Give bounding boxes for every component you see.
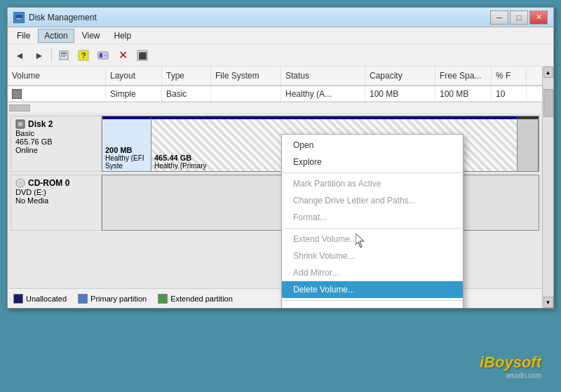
vscroll-down[interactable]: ▼ (543, 297, 553, 308)
minimize-button[interactable]: ─ (490, 11, 508, 25)
col-pct[interactable]: % F (492, 67, 527, 85)
close-button[interactable]: ✕ (529, 11, 548, 25)
toolbar: ◄ ► ? ✕ (8, 44, 553, 67)
h-scroll-thumb[interactable] (9, 104, 30, 111)
content-left: Volume Layout Type File System Status Ca… (8, 67, 542, 308)
delete-button[interactable]: ✕ (114, 46, 132, 65)
ctx-add-mirror[interactable]: Add Mirror... (282, 264, 463, 281)
col-type[interactable]: Type (162, 67, 211, 85)
partition-efi-label: Healthy (EFI Syste (105, 154, 148, 170)
ctx-explore[interactable]: Explore (282, 154, 463, 170)
disk-2-name: Disk 2 (28, 119, 53, 129)
ctx-extend[interactable]: Extend Volume... (282, 231, 463, 248)
app-icon (13, 12, 25, 23)
ctx-sep-1 (282, 173, 463, 173)
ctx-properties[interactable]: Properties (282, 303, 463, 308)
menu-action[interactable]: Action (38, 29, 74, 43)
menu-file[interactable]: File (11, 29, 36, 43)
cdrom-name: CD-ROM 0 (28, 178, 69, 188)
maximize-button[interactable]: □ (510, 11, 528, 25)
col-freespace[interactable]: Free Spa... (435, 67, 492, 85)
table-row: Simple Basic Healthy (A... 100 MB 100 MB… (8, 86, 542, 102)
title-bar-left: Disk Management (13, 12, 97, 23)
disk-2-type: Basic (15, 129, 97, 137)
cell-freespace: 100 MB (435, 86, 492, 101)
svg-rect-1 (16, 18, 22, 20)
main-content: Volume Layout Type File System Status Ca… (8, 67, 553, 308)
col-layout[interactable]: Layout (106, 67, 162, 85)
col-filesystem[interactable]: File System (211, 67, 281, 85)
vscroll-thumb[interactable] (543, 89, 553, 117)
disk-button[interactable] (94, 46, 112, 65)
svg-rect-5 (61, 56, 65, 57)
help-button[interactable]: ? (74, 46, 93, 65)
cell-capacity: 100 MB (365, 86, 435, 101)
horizontal-scrollbar[interactable] (8, 102, 542, 113)
menu-help[interactable]: Help (108, 29, 138, 43)
ctx-change-letter[interactable]: Change Drive Letter and Paths... (282, 192, 463, 209)
menu-bar: File Action View Help (8, 27, 553, 44)
ctx-format[interactable]: Format... (282, 209, 463, 226)
disk-2-label: Disk 2 Basic 465.76 GB Online (11, 116, 102, 172)
table-body: Simple Basic Healthy (A... 100 MB 100 MB… (8, 86, 542, 102)
ctx-open[interactable]: Open (282, 137, 463, 154)
properties-button[interactable] (55, 46, 73, 65)
swatch-primary (78, 294, 88, 304)
svg-rect-10 (104, 55, 107, 56)
ctx-sep-2 (282, 228, 463, 229)
back-button[interactable]: ◄ (11, 46, 29, 65)
forward-button[interactable]: ► (30, 46, 48, 65)
ctx-delete-volume[interactable]: Delete Volume... (282, 281, 463, 298)
cell-pct: 10 (492, 86, 527, 101)
context-menu: Open Explore Mark Partition as Active Ch… (281, 134, 464, 308)
title-bar: Disk Management ─ □ ✕ (8, 8, 553, 27)
volume-icon (12, 89, 22, 99)
cell-layout: Simple (106, 86, 162, 101)
vscroll-up[interactable]: ▲ (543, 67, 553, 78)
watermark: iBoysoft wsxdn.com (480, 353, 541, 379)
partition-efi-size: 200 MB (105, 146, 148, 154)
cdrom-type: DVD (E:) (15, 188, 97, 196)
ctx-mark-active[interactable]: Mark Partition as Active (282, 175, 463, 192)
cdrom-status: No Media (15, 196, 97, 205)
vertical-scrollbar[interactable]: ▲ ▼ (542, 67, 553, 308)
toolbar-separator-1 (51, 48, 52, 62)
disk-2-size: 465.76 GB (15, 137, 97, 146)
menu-view[interactable]: View (76, 29, 107, 43)
col-capacity[interactable]: Capacity (365, 67, 435, 85)
disk-area-wrapper: Disk 2 Basic 465.76 GB Online 200 MB Hea (8, 113, 542, 288)
legend-unallocated-label: Unallocated (26, 295, 67, 303)
svg-text:⬛: ⬛ (138, 51, 147, 60)
disk-2-status: Online (15, 146, 97, 154)
swatch-extended (158, 294, 168, 304)
col-status[interactable]: Status (281, 67, 365, 85)
svg-rect-9 (100, 53, 102, 58)
title-buttons: ─ □ ✕ (490, 11, 548, 25)
legend-extended: Extended partition (158, 294, 233, 304)
ctx-shrink[interactable]: Shrink Volume... (282, 248, 463, 264)
col-volume[interactable]: Volume (8, 67, 106, 85)
svg-rect-4 (61, 55, 67, 55)
ctx-sep-3 (282, 300, 463, 301)
svg-point-15 (20, 123, 21, 125)
window-title: Disk Management (29, 13, 97, 22)
legend-extended-label: Extended partition (170, 295, 233, 303)
cdrom-0-label: CD-ROM 0 DVD (E:) No Media (11, 175, 102, 231)
watermark-iboysoft: iBoysoft (480, 353, 541, 371)
legend-primary: Primary partition (78, 294, 147, 304)
refresh-button[interactable]: ⬛ (133, 46, 151, 65)
cdrom-icon (15, 178, 25, 188)
watermark-site: wsxdn.com (480, 372, 541, 379)
legend-unallocated: Unallocated (13, 294, 67, 304)
cell-status: Healthy (A... (281, 86, 365, 101)
cell-volume (8, 86, 106, 101)
svg-rect-3 (61, 53, 67, 54)
disk-icon (15, 119, 25, 129)
legend-primary-label: Primary partition (90, 295, 147, 303)
main-window: Disk Management ─ □ ✕ File Action View H… (7, 7, 554, 309)
table-header: Volume Layout Type File System Status Ca… (8, 67, 542, 86)
cell-type: Basic (162, 86, 211, 101)
partition-efi[interactable]: 200 MB Healthy (EFI Syste (102, 116, 151, 171)
cell-filesystem (211, 86, 281, 101)
partition-unallocated[interactable] (518, 116, 539, 171)
